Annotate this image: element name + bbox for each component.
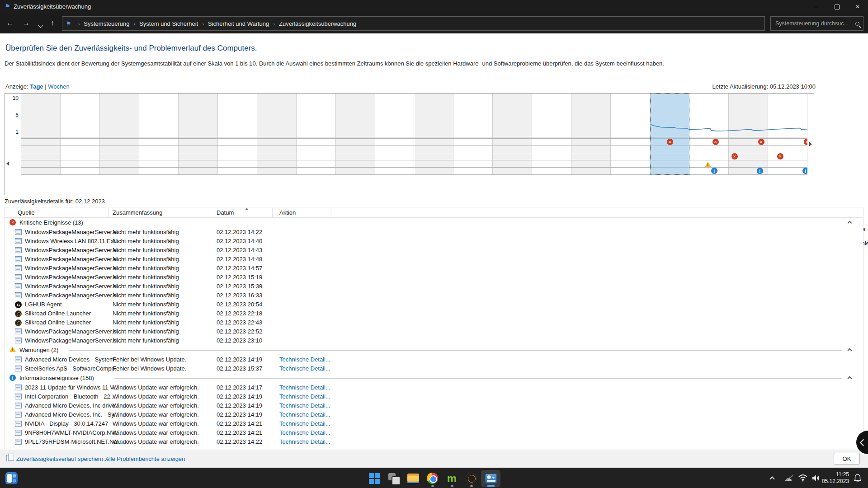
table-row[interactable]: Advanced Micro Devices, Inc drive...Wind… — [5, 401, 863, 410]
table-row[interactable]: WindowsPackageManagerServer.e...Nicht me… — [5, 291, 863, 300]
technical-details-link[interactable]: Technische Detail... — [279, 356, 330, 363]
collapse-chevron-icon[interactable] — [848, 221, 852, 225]
minimize-button[interactable] — [806, 0, 826, 14]
col-quelle[interactable]: Quelle — [18, 209, 35, 216]
error-icon[interactable] — [731, 153, 738, 160]
col-zusammenfassung[interactable]: Zusammenfassung — [113, 209, 163, 216]
table-row[interactable]: 9NF8H0H7WMLT-NVIDIACorp.NVI...Windows Up… — [5, 428, 863, 437]
table-row[interactable]: WindowsPackageManagerServer.e...Nicht me… — [5, 264, 863, 273]
app-icon — [15, 366, 22, 371]
app-icon — [15, 328, 22, 334]
footer-bar: Zuverlässigkeitsverlauf speichern... All… — [0, 450, 868, 468]
breadcrumb-item[interactable]: Zuverlässigkeitsüberwachung — [279, 20, 356, 27]
technical-details-link[interactable]: Technische Detail... — [279, 438, 330, 445]
collapse-chevron-icon[interactable] — [848, 376, 852, 381]
silkroad-button[interactable] — [462, 470, 481, 487]
table-row[interactable]: Intel Corporation - Bluetooth - 22....Wi… — [5, 392, 863, 401]
row-summary: Windows Update war erfolgreich. — [113, 420, 199, 427]
technical-details-link[interactable]: Technische Detail... — [279, 429, 330, 436]
table-row[interactable]: WindowsPackageManagerServer.e...Nicht me… — [5, 273, 863, 282]
chart-scroll-right-icon[interactable] — [809, 142, 812, 146]
error-icon[interactable] — [712, 139, 719, 145]
technical-details-link[interactable]: Technische Detail... — [279, 402, 330, 409]
breadcrumb-flag-icon: ⚑ — [66, 20, 71, 27]
file-explorer-button[interactable] — [403, 470, 423, 487]
breadcrumb-item[interactable]: Systemsteuerung — [84, 20, 129, 27]
table-row[interactable]: 9PLL735RFDSM-Microsoft.NET.Na...Windows … — [5, 437, 863, 446]
table-row[interactable]: 2023-11 Update für Windows 11 V...Window… — [5, 383, 863, 392]
mipony-button[interactable]: m — [442, 470, 462, 487]
col-datum[interactable]: Datum — [217, 209, 234, 216]
event-grid-line — [21, 167, 807, 168]
reliability-monitor-button[interactable] — [481, 470, 500, 487]
section-header[interactable]: Informationsereignisse (158) — [5, 373, 863, 383]
warning-icon[interactable] — [705, 162, 711, 167]
maximize-button[interactable] — [826, 0, 847, 14]
volume-icon[interactable] — [812, 474, 820, 482]
reliability-monitor-icon — [485, 474, 497, 483]
table-row[interactable]: WindowsPackageManagerServer.e...Nicht me… — [5, 228, 863, 237]
onedrive-paused-icon[interactable]: ☁ — [784, 474, 792, 483]
section-rule — [114, 378, 842, 379]
recent-locations-icon[interactable] — [39, 21, 42, 29]
technical-details-link[interactable]: Technische Detail... — [279, 393, 330, 400]
search-input[interactable] — [774, 20, 855, 27]
table-row[interactable]: Silkroad Online LauncherNicht mehr funkt… — [5, 309, 863, 318]
error-icon[interactable] — [758, 139, 764, 145]
close-button[interactable]: ✕ — [847, 0, 868, 14]
ok-button[interactable]: OK — [834, 453, 860, 465]
table-row[interactable]: Windows Wireless LAN 802.11 Ext...Nicht … — [5, 237, 863, 246]
chart-scroll-left-icon[interactable] — [6, 161, 9, 166]
technical-details-link[interactable]: Technische Detail... — [279, 365, 330, 372]
table-row[interactable]: WindowsPackageManagerServer.e...Nicht me… — [5, 327, 863, 336]
collapse-chevron-icon[interactable] — [848, 348, 852, 353]
row-summary: Windows Update war erfolgreich. — [113, 429, 199, 436]
show-all-reports-link[interactable]: Alle Problemberichte anzeigen — [105, 455, 185, 462]
back-icon[interactable]: ← — [6, 19, 14, 27]
table-row[interactable]: WindowsPackageManagerServer.e...Nicht me… — [5, 282, 863, 291]
task-view-button[interactable] — [384, 470, 403, 487]
section-header[interactable]: Kritische Ereignisse (13) — [5, 218, 863, 228]
table-row[interactable]: WindowsPackageManagerServer.e...Nicht me… — [5, 255, 863, 264]
row-summary: Nicht mehr funktionsfähig — [113, 229, 179, 235]
table-row[interactable]: Silkroad Online LauncherNicht mehr funkt… — [5, 318, 863, 327]
widgets-icon[interactable] — [5, 472, 18, 484]
table-row[interactable]: NVIDIA - Display - 30.0.14.7247Windows U… — [5, 419, 863, 428]
search-box[interactable] — [770, 16, 863, 31]
table-row[interactable]: LGHUB AgentNicht mehr funktionsfähig02.1… — [5, 300, 863, 309]
save-history-link[interactable]: Zuverlässigkeitsverlauf speichern... — [16, 455, 108, 462]
tray-expand-icon[interactable] — [769, 476, 774, 481]
table-row[interactable]: WindowsPackageManagerServer.e...Nicht me… — [5, 336, 863, 345]
table-row[interactable]: Advanced Micro Devices, Inc. - Sy...Wind… — [5, 410, 863, 419]
error-icon[interactable] — [667, 139, 673, 145]
notification-bell-icon[interactable] — [854, 474, 862, 483]
view-days-link[interactable]: Tage — [30, 83, 43, 90]
breadcrumb-item[interactable]: Sicherheit und Wartung — [208, 20, 269, 27]
table-row[interactable]: Advanced Micro Devices - System...Fehler… — [5, 355, 863, 364]
error-icon[interactable] — [777, 153, 783, 160]
error-icon[interactable] — [804, 139, 807, 145]
row-source: WindowsPackageManagerServer.e... — [25, 247, 122, 253]
technical-details-link[interactable]: Technische Detail... — [279, 384, 330, 391]
search-icon[interactable] — [855, 22, 859, 26]
col-aktion[interactable]: Aktion — [279, 209, 296, 216]
chrome-button[interactable] — [423, 470, 442, 487]
section-header[interactable]: Warnungen (2) — [5, 345, 863, 355]
taskbar-clock[interactable]: 11:25 05.12.2023 — [822, 471, 849, 485]
table-row[interactable]: WindowsPackageManagerServer.e...Nicht me… — [5, 246, 863, 255]
info-icon[interactable] — [757, 168, 763, 174]
table-row[interactable]: SteelSeries ApS - SoftwareCompo...Fehler… — [5, 364, 863, 373]
wifi-icon[interactable] — [798, 474, 807, 482]
info-icon[interactable] — [711, 168, 717, 174]
start-button[interactable] — [364, 470, 384, 487]
forward-icon[interactable]: → — [23, 19, 30, 27]
breadcrumb-item[interactable]: System und Sicherheit — [139, 20, 198, 27]
row-source: Advanced Micro Devices, Inc. - Sy... — [25, 411, 119, 418]
view-weeks-link[interactable]: Wochen — [48, 83, 69, 90]
breadcrumb[interactable]: ⚑ ›Systemsteuerung›System und Sicherheit… — [62, 16, 765, 31]
info-icon[interactable] — [802, 168, 807, 174]
lghub-icon — [15, 301, 22, 308]
technical-details-link[interactable]: Technische Detail... — [279, 420, 330, 427]
up-icon[interactable]: ↑ — [51, 19, 54, 27]
technical-details-link[interactable]: Technische Detail... — [279, 411, 330, 418]
